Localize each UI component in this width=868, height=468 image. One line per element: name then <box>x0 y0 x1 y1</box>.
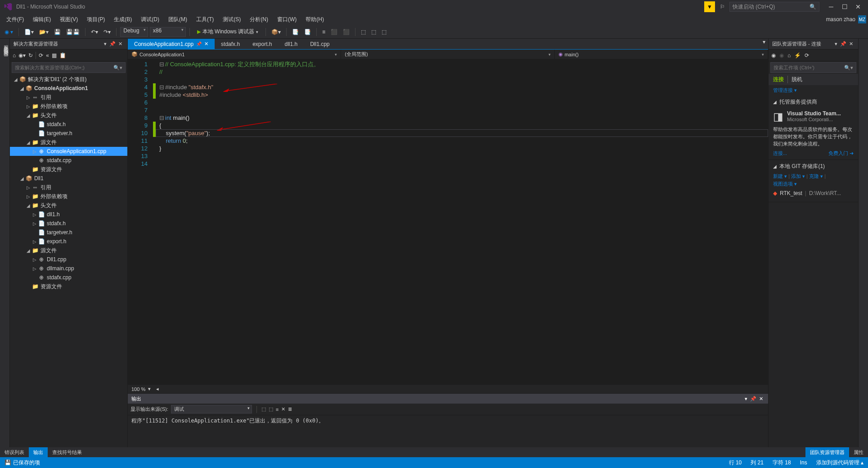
config-dropdown[interactable]: Debug <box>120 27 148 37</box>
file-export-h[interactable]: ▷📄export.h <box>10 237 127 246</box>
project-dll1[interactable]: ◢📦Dll1 <box>10 174 127 183</box>
file-stdafx-h[interactable]: 📄stdafx.h <box>10 120 127 129</box>
git-new-link[interactable]: 新建 ▾ <box>773 173 787 179</box>
undo-button[interactable]: ↶▾ <box>89 27 100 37</box>
menu-debug[interactable]: 调试(D) <box>136 14 164 25</box>
output-tab[interactable]: 输出 <box>29 447 48 457</box>
se-properties-icon[interactable]: 📋 <box>59 52 66 59</box>
external-deps-node[interactable]: ▷📁外部依赖项 <box>10 102 127 111</box>
new-file-button[interactable]: 📄▾ <box>22 27 36 37</box>
resources-folder[interactable]: 📁资源文件 <box>10 165 127 174</box>
output-btn-3[interactable]: ≡ <box>276 407 279 412</box>
manage-connections-link[interactable]: 管理连接 ▾ <box>773 87 797 93</box>
repo-name[interactable]: RTK_test <box>780 190 802 196</box>
menu-edit[interactable]: 编辑(E) <box>28 14 55 25</box>
tab-overflow-icon[interactable]: ▾ <box>760 39 768 49</box>
tab-dll1-h[interactable]: dll1.h <box>278 39 304 49</box>
git-view-link[interactable]: 视图选项 ▾ <box>773 181 797 186</box>
toolbar-btn-3[interactable]: 📑 <box>302 27 313 37</box>
git-clone-link[interactable]: 克隆 ▾ <box>809 173 823 179</box>
save-button[interactable]: 💾 <box>52 27 63 37</box>
menu-build[interactable]: 生成(B) <box>109 14 136 25</box>
file-stdafx-cpp[interactable]: ⊕stdafx.cpp <box>10 156 127 165</box>
start-debug-button[interactable]: ▶ 本地 Windows 调试器 ▾ <box>193 27 262 37</box>
te-refresh-icon[interactable]: ⟳ <box>805 52 809 59</box>
nav-back-button[interactable]: ◉ ▾ <box>3 27 15 37</box>
output-btn-clear[interactable]: ✕ <box>281 406 285 412</box>
toolbar-btn-9[interactable]: ⬚ <box>380 27 388 37</box>
te-plug-icon[interactable]: ⚡ <box>794 52 801 59</box>
find-results-tab[interactable]: 查找符号结果 <box>48 447 86 457</box>
user-avatar[interactable]: MZ <box>858 15 866 23</box>
file-dll1-h[interactable]: ▷📄dll1.h <box>10 210 127 219</box>
nav-scope-function[interactable]: ◉main() <box>555 50 768 59</box>
tab-export-h[interactable]: export.h <box>246 39 278 49</box>
panel-pin-icon[interactable]: 📌 <box>839 41 848 47</box>
menu-team[interactable]: 团队(M) <box>164 14 192 25</box>
toolbar-btn-7[interactable]: ⬚ <box>359 27 368 37</box>
file-stdafx-cpp-2[interactable]: ⊕stdafx.cpp <box>10 273 127 282</box>
toolbar-btn-6[interactable]: ⬛ <box>341 27 351 37</box>
zoom-level[interactable]: 100 % <box>131 386 145 392</box>
references-node[interactable]: ▷▫▫引用 <box>10 93 127 102</box>
headers-folder[interactable]: ◢📁头文件 <box>10 111 127 120</box>
project-consoleapp[interactable]: ◢📦ConsoleApplication1 <box>10 84 127 93</box>
toolbar-btn-2[interactable]: 📑 <box>290 27 301 37</box>
tab-stdafx-h[interactable]: stdafx.h <box>215 39 246 49</box>
zoom-dropdown-icon[interactable]: ▾ <box>148 386 151 392</box>
server-explorer-tab[interactable]: 服务器资源管理器 <box>0 39 10 447</box>
menu-project[interactable]: 项目(P) <box>82 14 109 25</box>
tab-dll1-cpp[interactable]: Dll1.cpp <box>304 39 336 49</box>
file-consoleapp-cpp[interactable]: ▷⊕ConsoleApplication1.cpp <box>10 147 127 156</box>
platform-dropdown[interactable]: x86 <box>150 27 186 37</box>
external-deps-node-2[interactable]: ▷📁外部依赖项 <box>10 192 127 201</box>
menu-window[interactable]: 窗口(W) <box>273 14 301 25</box>
minimize-button[interactable]: ─ <box>825 2 837 12</box>
close-icon[interactable]: ✕ <box>204 41 208 47</box>
nav-scope-global[interactable]: (全局范围) <box>341 50 554 59</box>
user-name[interactable]: mason zhao <box>826 16 855 23</box>
resources-folder-2[interactable]: 📁资源文件 <box>10 282 127 291</box>
panel-close-icon[interactable]: ✕ <box>848 41 855 47</box>
menu-view[interactable]: 视图(V) <box>55 14 82 25</box>
properties-tab[interactable]: 属性 <box>849 447 868 457</box>
error-list-tab[interactable]: 错误列表 <box>0 447 29 457</box>
panel-dropdown-icon[interactable]: ▾ <box>103 41 108 47</box>
code-editor[interactable]: 1234567891011121314 ⊟// ConsoleApplicati… <box>128 59 768 384</box>
references-node-2[interactable]: ▷▫▫引用 <box>10 183 127 192</box>
nav-scope-project[interactable]: 📦ConsoleApplication1 <box>128 50 341 59</box>
panel-dropdown-icon[interactable]: ▾ <box>833 41 839 47</box>
se-sync-icon[interactable]: ↻ <box>28 52 33 59</box>
toolbar-btn-5[interactable]: ⬛ <box>329 27 339 37</box>
panel-dropdown-icon[interactable]: ▾ <box>743 396 749 402</box>
se-refresh-icon[interactable]: ⟳ <box>39 52 43 59</box>
right-vtab[interactable] <box>858 39 868 447</box>
open-button[interactable]: 📂▾ <box>37 27 50 37</box>
se-nav-icon[interactable]: ◉▾ <box>18 52 26 59</box>
panel-close-icon[interactable]: ✕ <box>117 41 124 47</box>
output-source-dropdown[interactable]: 调试 <box>171 405 252 413</box>
menu-analyze[interactable]: 分析(N) <box>245 14 273 25</box>
save-all-button[interactable]: 💾💾 <box>64 27 81 37</box>
file-targetver-h-2[interactable]: 📄targetver.h <box>10 228 127 237</box>
team-explorer-tab[interactable]: 团队资源管理器 <box>805 447 849 457</box>
solution-explorer-search[interactable]: 🔍▾ <box>12 62 126 73</box>
maximize-button[interactable]: ☐ <box>838 2 851 12</box>
file-dll1-cpp[interactable]: ▷⊕Dll1.cpp <box>10 255 127 264</box>
pin-icon[interactable]: 📌 <box>196 41 202 46</box>
toolbar-btn-1[interactable]: 📦▾ <box>270 27 283 37</box>
status-source-control[interactable]: 添加到源代码管理 ▴ <box>816 459 864 467</box>
feedback-icon[interactable]: ⚐ <box>717 1 728 12</box>
te-home-icon[interactable]: ⌂ <box>787 52 791 59</box>
local-git-header[interactable]: ◢本地 GIT 存储库(1) <box>773 163 854 170</box>
sources-folder-2[interactable]: ◢📁源文件 <box>10 246 127 255</box>
solution-search-input[interactable] <box>15 65 113 70</box>
file-dllmain-cpp[interactable]: ▷⊕dllmain.cpp <box>10 264 127 273</box>
hosted-providers-header[interactable]: ◢托管服务提供商 <box>773 98 854 106</box>
menu-help[interactable]: 帮助(H) <box>301 14 328 25</box>
quick-launch-input[interactable]: 快速启动 (Ctrl+Q) 🔍 <box>729 2 819 12</box>
menu-file[interactable]: 文件(F) <box>2 14 28 25</box>
notification-badge[interactable]: ▼ <box>704 1 715 12</box>
git-add-link[interactable]: 添加 ▾ <box>791 173 805 179</box>
team-search-input[interactable] <box>774 65 844 70</box>
